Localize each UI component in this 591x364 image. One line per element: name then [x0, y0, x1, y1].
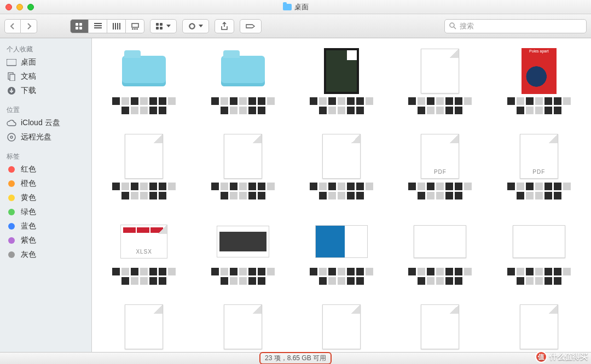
- file-item[interactable]: [108, 305, 179, 352]
- xlsx-thumbnail: XLSX: [120, 225, 167, 259]
- file-item[interactable]: [306, 220, 377, 290]
- sidebar-tag-2[interactable]: 黄色: [0, 191, 91, 205]
- file-item[interactable]: XLSX: [108, 220, 179, 290]
- sidebar-tag-5[interactable]: 紫色: [0, 233, 91, 248]
- pixelated-filename: [111, 183, 177, 204]
- share-button[interactable]: [215, 19, 234, 33]
- view-mode-segmented: [70, 19, 144, 33]
- slide-thumbnail: [217, 226, 269, 257]
- svg-rect-1: [132, 28, 134, 30]
- document-thumbnail: Poles apart: [522, 48, 557, 94]
- sidebar-item-label: 黄色: [21, 193, 36, 203]
- sidebar-tag-4[interactable]: 蓝色: [0, 219, 91, 233]
- sidebar-tag-3[interactable]: 绿色: [0, 205, 91, 219]
- file-item[interactable]: Poles apart: [503, 49, 575, 119]
- disc-icon: [7, 133, 16, 141]
- svg-rect-2: [134, 28, 136, 30]
- file-item[interactable]: [207, 134, 278, 204]
- pixelated-filename: [506, 183, 572, 204]
- tag-color-icon: [7, 251, 16, 259]
- sidebar-item-downloads[interactable]: 下载: [0, 84, 91, 98]
- sidebar-item-label: 绿色: [21, 207, 36, 217]
- watermark-text: 什么值得买: [549, 352, 588, 362]
- file-item[interactable]: [503, 305, 575, 352]
- file-item[interactable]: PDF: [404, 134, 476, 204]
- sidebar-tag-1[interactable]: 橙色: [0, 177, 91, 191]
- document-thumbnail: [125, 304, 163, 349]
- sidebar-item-remote-disc[interactable]: 远程光盘: [0, 130, 91, 144]
- sidebar-item-label: 下载: [21, 86, 36, 96]
- pixelated-filename: [407, 268, 473, 290]
- file-item[interactable]: [207, 49, 278, 119]
- search-field[interactable]: 搜索: [444, 19, 587, 33]
- folder-icon: [122, 56, 166, 86]
- sidebar-item-label: 紫色: [21, 236, 36, 245]
- search-placeholder: 搜索: [460, 21, 474, 31]
- file-item[interactable]: [108, 134, 179, 204]
- sidebar-item-documents[interactable]: 文稿: [0, 69, 91, 84]
- pixelated-filename: [506, 268, 572, 290]
- pixelated-filename: [210, 97, 276, 119]
- slide-thumbnail: [513, 225, 565, 258]
- back-button[interactable]: [4, 19, 21, 33]
- document-thumbnail: [421, 49, 459, 93]
- action-menu-button[interactable]: [182, 19, 209, 33]
- sidebar-tag-0[interactable]: 红色: [0, 162, 91, 177]
- sidebar-item-label: 灰色: [21, 250, 36, 260]
- pixelated-filename: [309, 97, 374, 119]
- sidebar-item-icloud[interactable]: iCloud 云盘: [0, 116, 91, 130]
- file-browser[interactable]: Poles apartPDFPDFXLSX: [92, 38, 591, 352]
- window-title: 桌面: [0, 2, 591, 12]
- nav-buttons: [4, 19, 37, 33]
- documents-icon: [7, 73, 16, 80]
- arrange-menu-button[interactable]: [150, 19, 177, 33]
- file-item[interactable]: [404, 49, 476, 119]
- gallery-view-button[interactable]: [126, 19, 144, 33]
- tag-color-icon: [7, 222, 16, 230]
- sidebar-item-label: 文稿: [21, 72, 36, 81]
- file-item[interactable]: [404, 305, 476, 352]
- svg-rect-8: [10, 74, 15, 81]
- sidebar-item-label: iCloud 云盘: [21, 118, 60, 128]
- file-item[interactable]: [404, 220, 476, 290]
- sidebar-header-favorites: 个人收藏: [0, 43, 91, 55]
- watermark-badge: 值: [535, 351, 547, 363]
- sidebar-tag-6[interactable]: 灰色: [0, 248, 91, 262]
- file-item[interactable]: [306, 134, 377, 204]
- status-text: 23 项，8.65 GB 可用: [259, 352, 332, 364]
- forward-button[interactable]: [21, 19, 37, 33]
- tag-color-icon: [7, 237, 16, 244]
- pdf-thumbnail: PDF: [520, 134, 558, 179]
- document-thumbnail: [421, 304, 459, 349]
- pixelated-filename: [210, 183, 276, 204]
- file-item[interactable]: [108, 49, 179, 119]
- toolbar: 搜索: [0, 14, 591, 38]
- file-item[interactable]: PDF: [503, 134, 575, 204]
- tag-color-icon: [7, 166, 16, 173]
- sidebar-item-label: 远程光盘: [21, 132, 51, 142]
- list-view-button[interactable]: [89, 19, 107, 33]
- tags-button[interactable]: [240, 19, 262, 33]
- sidebar-item-label: 橙色: [21, 179, 36, 189]
- file-item[interactable]: [306, 305, 377, 352]
- pixelated-filename: [506, 97, 572, 119]
- column-view-button[interactable]: [107, 19, 126, 33]
- window-title-text: 桌面: [294, 2, 309, 12]
- svg-point-5: [450, 23, 454, 27]
- slide-thumbnail: [414, 225, 466, 258]
- document-thumbnail: [322, 304, 361, 349]
- pixelated-filename: [309, 183, 374, 204]
- file-item[interactable]: [503, 220, 575, 290]
- watermark: 值 什么值得买: [535, 351, 588, 363]
- file-item[interactable]: [207, 305, 278, 352]
- document-thumbnail: [324, 48, 359, 94]
- tag-color-icon: [7, 208, 16, 216]
- document-thumbnail: [224, 134, 262, 179]
- title-bar: 桌面: [0, 0, 591, 14]
- sidebar-item-desktop[interactable]: 桌面: [0, 55, 91, 69]
- slide-thumbnail: [315, 225, 368, 258]
- file-item[interactable]: [306, 49, 377, 119]
- file-item[interactable]: [207, 220, 278, 290]
- icon-view-button[interactable]: [70, 19, 89, 33]
- pixelated-filename: [111, 268, 177, 290]
